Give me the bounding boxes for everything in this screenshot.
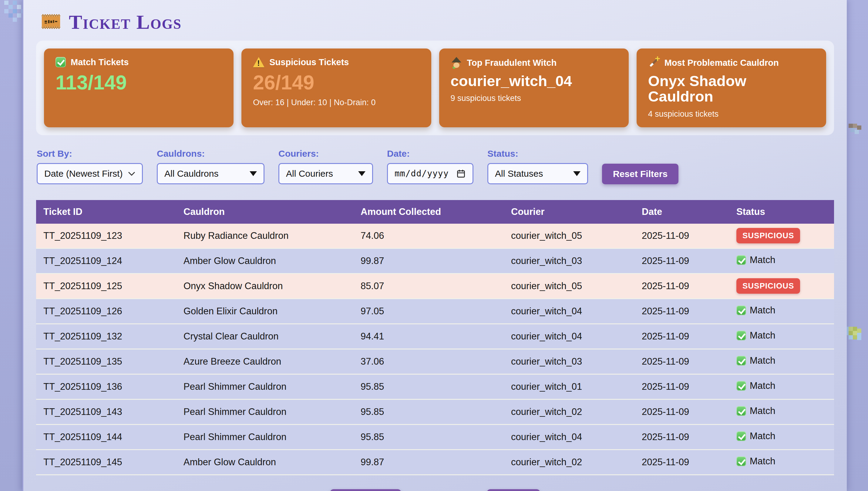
cauldron-filter-group: Cauldrons: All Cauldrons (157, 148, 264, 184)
match-status-label: Match (750, 431, 775, 442)
match-status-label: Match (750, 355, 775, 366)
cell-status: Match (729, 406, 834, 418)
cell-amount: 94.41 (353, 331, 504, 342)
reset-filters-button[interactable]: Reset Filters (602, 164, 678, 184)
cell-amount: 85.07 (353, 281, 504, 292)
col-cauldron: Cauldron (176, 206, 353, 217)
table-row: TT_20251109_143 Pearl Shimmer Cauldron 9… (36, 400, 834, 425)
cell-cauldron: Pearl Shimmer Cauldron (176, 432, 353, 442)
col-courier: Courier (504, 206, 635, 217)
table-row: TT_20251109_126 Golden Elixir Cauldron 9… (36, 299, 834, 324)
pixel-decoration (848, 124, 853, 128)
sort-select[interactable]: Date (Newest First) (37, 163, 143, 184)
cell-cauldron: Pearl Shimmer Cauldron (176, 406, 353, 417)
cell-cauldron: Onyx Shadow Cauldron (176, 281, 353, 292)
cell-ticket-id: TT_20251109_123 (36, 230, 176, 241)
cell-cauldron: Pearl Shimmer Cauldron (176, 381, 353, 392)
cell-amount: 95.85 (353, 381, 504, 392)
cell-cauldron: Azure Breeze Cauldron (176, 356, 353, 367)
sort-select-value: Date (Newest First) (44, 169, 122, 179)
stat-card: Match Tickets 113/149 (44, 49, 233, 127)
cauldron-select[interactable]: All Cauldrons (157, 163, 264, 184)
table-row: TT_20251109_136 Pearl Shimmer Cauldron 9… (36, 375, 834, 400)
cell-ticket-id: TT_20251109_132 (36, 331, 176, 342)
match-status-label: Match (750, 406, 775, 416)
cell-date: 2025-11-09 (635, 281, 729, 292)
pagination: Previous Page 2 of 15 Next (36, 489, 834, 491)
cell-ticket-id: TT_20251109_124 (36, 256, 176, 266)
cell-amount: 37.06 (353, 356, 504, 367)
cell-date: 2025-11-09 (635, 356, 729, 367)
cell-courier: courier_witch_04 (504, 432, 635, 442)
cell-amount: 97.05 (353, 306, 504, 317)
match-status-label: Match (750, 255, 775, 265)
wand-icon (648, 57, 660, 68)
previous-page-button[interactable]: Previous (330, 489, 401, 491)
table-row: TT_20251109_132 Crystal Clear Cauldron 9… (36, 324, 834, 349)
cell-ticket-id: TT_20251109_144 (36, 432, 176, 442)
cell-status: Match (729, 456, 834, 468)
status-select[interactable]: All Statuses (487, 163, 588, 184)
dropdown-arrow-icon (573, 171, 581, 176)
stat-card-label: Match Tickets (71, 57, 129, 67)
cell-date: 2025-11-09 (635, 381, 729, 392)
courier-select[interactable]: All Couriers (278, 163, 373, 184)
cell-status: Match (729, 305, 834, 318)
suspicious-badge: SUSPICIOUS (736, 278, 800, 294)
cell-status: Match (729, 431, 834, 443)
stat-card: Suspicious Tickets 26/149 Over: 16 | Und… (242, 49, 431, 127)
cell-courier: courier_witch_02 (504, 457, 635, 468)
cell-cauldron: Amber Glow Cauldron (176, 457, 353, 468)
cell-ticket-id: TT_20251109_145 (36, 457, 176, 468)
stat-card-detail: Over: 16 | Under: 10 | No-Drain: 0 (253, 98, 419, 107)
cell-cauldron: Ruby Radiance Cauldron (176, 230, 353, 241)
cell-ticket-id: TT_20251109_136 (36, 381, 176, 392)
stat-card-label: Most Problematic Cauldron (665, 58, 779, 68)
page-header: Ticket Logs (36, 9, 834, 35)
cell-date: 2025-11-09 (635, 331, 729, 342)
cell-ticket-id: TT_20251109_126 (36, 306, 176, 317)
date-label: Date: (387, 148, 473, 159)
cell-cauldron: Crystal Clear Cauldron (176, 331, 353, 342)
stat-card-value: Onyx Shadow Cauldron (648, 74, 815, 105)
pixel-decoration (4, 1, 8, 5)
table-header-row: Ticket ID Cauldron Amount Collected Cour… (36, 200, 834, 224)
cell-status: SUSPICIOUS (729, 228, 834, 243)
cell-date: 2025-11-09 (635, 432, 729, 442)
check-icon (736, 331, 746, 340)
status-select-value: All Statuses (495, 169, 543, 179)
check-icon (736, 457, 746, 466)
cell-courier: courier_witch_04 (504, 331, 635, 342)
cell-cauldron: Golden Elixir Cauldron (176, 306, 353, 317)
cell-amount: 95.85 (353, 406, 504, 417)
cell-courier: courier_witch_05 (504, 230, 635, 241)
date-input-placeholder: mm/dd/yyyy (395, 169, 449, 178)
stat-card-detail: 9 suspicious tickets (451, 94, 617, 103)
couriers-label: Couriers: (278, 148, 373, 159)
stat-card-label: Top Fraudulent Witch (467, 58, 557, 68)
cell-amount: 95.85 (353, 432, 504, 442)
col-date: Date (635, 206, 729, 217)
sort-filter-group: Sort By: Date (Newest First) (37, 148, 143, 184)
next-page-button[interactable]: Next (487, 489, 540, 491)
col-status: Status (729, 206, 834, 217)
stat-card-value: 26/149 (253, 72, 419, 93)
cell-amount: 99.87 (353, 457, 504, 468)
stat-card: Most Problematic Cauldron Onyx Shadow Ca… (637, 49, 826, 127)
check-icon (56, 57, 66, 67)
cell-ticket-id: TT_20251109_135 (36, 356, 176, 367)
cell-date: 2025-11-09 (635, 230, 729, 241)
cell-date: 2025-11-09 (635, 306, 729, 317)
table-row: TT_20251109_145 Amber Glow Cauldron 99.8… (36, 450, 834, 475)
cell-amount: 99.87 (353, 256, 504, 266)
calendar-icon[interactable] (456, 169, 466, 178)
cell-courier: courier_witch_04 (504, 306, 635, 317)
date-filter-group: Date: mm/dd/yyyy (387, 148, 473, 184)
dropdown-arrow-icon (250, 171, 257, 176)
tickets-table: Ticket ID Cauldron Amount Collected Cour… (36, 200, 834, 475)
cell-status: SUSPICIOUS (729, 278, 834, 294)
filter-bar: Sort By: Date (Newest First) Cauldrons: … (36, 148, 834, 184)
date-input[interactable]: mm/dd/yyyy (387, 163, 473, 184)
cell-ticket-id: TT_20251109_125 (36, 281, 176, 292)
witch-icon (451, 57, 462, 68)
